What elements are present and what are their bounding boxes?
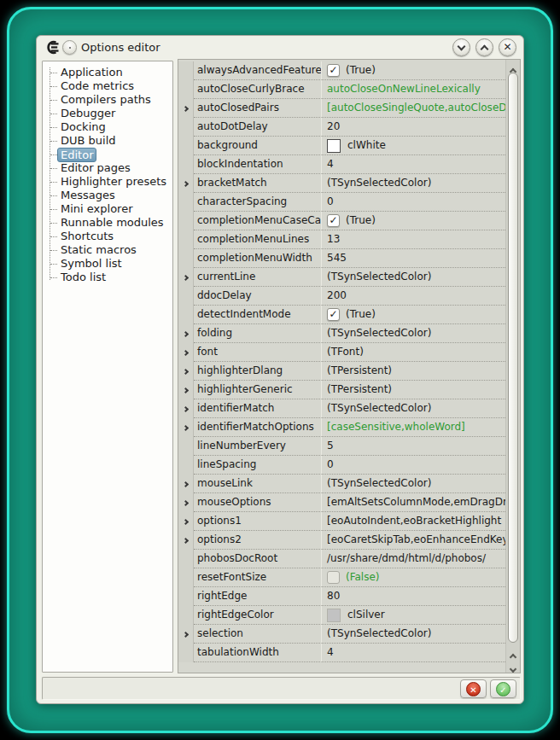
property-value-cell[interactable]: 4: [322, 155, 505, 174]
property-value-cell[interactable]: (False): [322, 568, 505, 587]
sidebar-item-mini-explorer[interactable]: Mini explorer: [43, 202, 172, 216]
property-row[interactable]: completionMenuWidth545: [178, 249, 505, 268]
property-value-cell[interactable]: (TPersistent): [322, 381, 505, 399]
property-row[interactable]: backgroundclWhite: [178, 137, 505, 155]
property-row[interactable]: highlighterGeneric(TPersistent): [178, 381, 505, 399]
grid-scrollbar[interactable]: [505, 60, 520, 673]
checkbox-checked-icon[interactable]: ✓: [327, 64, 340, 77]
property-row[interactable]: identifierMatchOptions[caseSensitive,who…: [178, 418, 505, 437]
accept-button[interactable]: ✓: [490, 679, 516, 698]
property-value-cell[interactable]: 545: [322, 249, 505, 268]
property-value-cell[interactable]: (TSynSelectedColor): [322, 625, 505, 644]
property-row[interactable]: bracketMatch(TSynSelectedColor): [178, 174, 505, 193]
checkbox-unchecked-icon[interactable]: [327, 571, 340, 584]
property-row[interactable]: rightEdge80: [178, 587, 505, 606]
property-value-cell[interactable]: [autoCloseSingleQuote,autoCloseDo: [322, 99, 505, 118]
row-expander-gutter[interactable]: [178, 418, 194, 437]
property-value-cell[interactable]: (TSynSelectedColor): [322, 324, 505, 343]
row-expander-gutter[interactable]: [178, 625, 194, 644]
property-value-cell[interactable]: [caseSensitive,wholeWord]: [322, 418, 505, 437]
property-value-cell[interactable]: (TPersistent): [322, 362, 505, 381]
property-value-cell[interactable]: 20: [322, 118, 505, 137]
row-expander-gutter[interactable]: [178, 381, 194, 399]
color-swatch-icon[interactable]: [327, 139, 341, 153]
property-value-cell[interactable]: (TSynSelectedColor): [322, 268, 505, 287]
property-value-cell[interactable]: autoCloseOnNewLineLexically: [322, 80, 505, 99]
property-row[interactable]: options1[eoAutoIndent,eoBracketHighlight: [178, 512, 505, 531]
property-row[interactable]: selection(TSynSelectedColor): [178, 625, 505, 644]
property-value-cell[interactable]: (TSynSelectedColor): [322, 174, 505, 193]
scroll-down-button[interactable]: [506, 659, 520, 669]
property-value-cell[interactable]: (TFont): [322, 343, 505, 362]
property-row[interactable]: autoClosedPairs[autoCloseSingleQuote,aut…: [178, 99, 505, 118]
property-row[interactable]: lineSpacing0: [178, 456, 505, 475]
window-menu-button[interactable]: [62, 40, 77, 55]
sidebar-item-todo-list[interactable]: Todo list: [43, 271, 172, 284]
property-row[interactable]: mouseOptions[emAltSetsColumnMode,emDragD…: [178, 493, 505, 512]
property-value-cell[interactable]: 5: [322, 437, 505, 456]
sidebar-item-docking[interactable]: Docking: [43, 120, 172, 134]
category-sidebar[interactable]: ApplicationCode metricsCompilers pathsDe…: [42, 61, 173, 673]
property-row[interactable]: completionMenuCaseCare✓(True): [178, 212, 505, 230]
property-row[interactable]: detectIndentMode✓(True): [178, 306, 505, 324]
property-value-cell[interactable]: ✓(True): [322, 61, 505, 80]
scrollbar-thumb[interactable]: [508, 73, 518, 643]
property-value-cell[interactable]: [eoAutoIndent,eoBracketHighlight: [322, 512, 505, 531]
property-value-cell[interactable]: ✓(True): [322, 306, 505, 324]
scroll-up-button-bottom[interactable]: [506, 647, 520, 657]
property-row[interactable]: autoCloseCurlyBraceautoCloseOnNewLineLex…: [178, 80, 505, 99]
property-value-cell[interactable]: clSilver: [322, 606, 505, 625]
property-value-cell[interactable]: [emAltSetsColumnMode,emDragDro: [322, 493, 505, 512]
property-row[interactable]: options2[eoCaretSkipTab,eoEnhanceEndKey: [178, 531, 505, 550]
sidebar-item-dub-build[interactable]: DUB build: [43, 134, 172, 148]
row-expander-gutter[interactable]: [178, 512, 194, 531]
property-value-cell[interactable]: 4: [322, 644, 505, 662]
row-expander-gutter[interactable]: [178, 343, 194, 362]
sidebar-item-compilers-paths[interactable]: Compilers paths: [43, 93, 172, 107]
sidebar-item-shortcuts[interactable]: Shortcuts: [43, 230, 172, 243]
sidebar-item-debugger[interactable]: Debugger: [43, 107, 172, 120]
property-row[interactable]: blockIndentation4: [178, 155, 505, 174]
color-swatch-icon[interactable]: [327, 609, 341, 622]
row-expander-gutter[interactable]: [178, 268, 194, 287]
row-expander-gutter[interactable]: [178, 531, 194, 550]
property-row[interactable]: alwaysAdvancedFeatures✓(True): [178, 61, 505, 80]
row-expander-gutter[interactable]: [178, 174, 194, 193]
property-row[interactable]: folding(TSynSelectedColor): [178, 324, 505, 343]
property-value-cell[interactable]: [eoCaretSkipTab,eoEnhanceEndKey: [322, 531, 505, 550]
sidebar-item-runnable-modules[interactable]: Runnable modules: [43, 216, 172, 230]
property-row[interactable]: font(TFont): [178, 343, 505, 362]
property-grid[interactable]: alwaysAdvancedFeatures✓(True)autoCloseCu…: [178, 59, 521, 673]
property-value-cell[interactable]: 13: [322, 230, 505, 249]
property-value-cell[interactable]: (TSynSelectedColor): [322, 399, 505, 418]
property-row[interactable]: characterSpacing0: [178, 193, 505, 212]
property-row[interactable]: tabulationWidth4: [178, 644, 505, 662]
cancel-button[interactable]: ✕: [460, 679, 487, 698]
sidebar-item-static-macros[interactable]: Static macros: [43, 243, 172, 257]
property-row[interactable]: resetFontSize(False): [178, 568, 505, 587]
sidebar-item-application[interactable]: Application: [43, 66, 172, 79]
sidebar-item-editor-pages[interactable]: Editor pages: [43, 161, 172, 175]
property-value-cell[interactable]: (TSynSelectedColor): [322, 475, 505, 493]
property-value-cell[interactable]: ✓(True): [322, 212, 505, 230]
property-value-cell[interactable]: 0: [322, 456, 505, 475]
property-row[interactable]: completionMenuLines13: [178, 230, 505, 249]
row-expander-gutter[interactable]: [178, 362, 194, 381]
scroll-up-button[interactable]: [506, 61, 520, 72]
sidebar-item-highlighter-presets[interactable]: Highlighter presets: [43, 175, 172, 189]
property-row[interactable]: lineNumberEvery5: [178, 437, 505, 456]
property-row[interactable]: phobosDocRoot/usr/share/dmd/html/d/phobo…: [178, 550, 505, 568]
property-row[interactable]: rightEdgeColorclSilver: [178, 606, 505, 625]
title-bar[interactable]: Options editor ✕: [37, 36, 523, 59]
property-row[interactable]: mouseLink(TSynSelectedColor): [178, 475, 505, 493]
property-value-cell[interactable]: clWhite: [322, 137, 505, 155]
row-expander-gutter[interactable]: [178, 99, 194, 118]
property-value-cell[interactable]: 80: [322, 587, 505, 606]
window-shade-button[interactable]: [452, 38, 470, 56]
sidebar-item-code-metrics[interactable]: Code metrics: [43, 79, 172, 93]
property-row[interactable]: highlighterDlang(TPersistent): [178, 362, 505, 381]
window-close-button[interactable]: ✕: [499, 38, 516, 56]
sidebar-item-symbol-list[interactable]: Symbol list: [43, 257, 172, 271]
sidebar-item-editor[interactable]: Editor: [43, 148, 172, 161]
row-expander-gutter[interactable]: [178, 324, 194, 343]
